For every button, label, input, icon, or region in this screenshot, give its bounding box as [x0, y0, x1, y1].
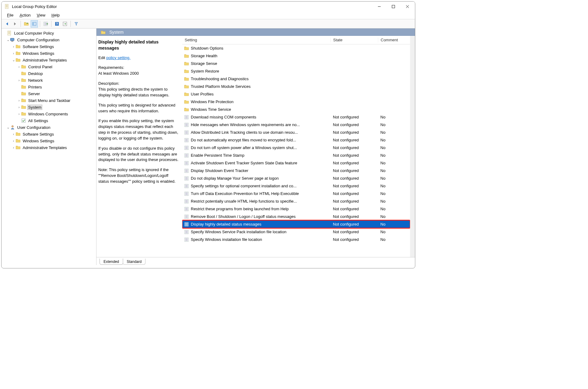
list-item[interactable]: Specify Windows installation file locati…: [182, 236, 410, 243]
expand-icon[interactable]: ›: [17, 78, 21, 82]
setting-comment: No: [378, 184, 410, 188]
tree-item[interactable]: ›Control Panel: [3, 63, 96, 70]
tab-standard[interactable]: Standard: [123, 259, 146, 265]
list-item[interactable]: Storage Health: [182, 52, 410, 60]
list-item[interactable]: Do not display Manage Your Server page a…: [182, 174, 410, 182]
list-column-headers[interactable]: Setting State Comment: [182, 36, 410, 44]
list-item[interactable]: Restrict these programs from being launc…: [182, 205, 410, 213]
settings-list[interactable]: Shutdown OptionsStorage HealthStorage Se…: [182, 44, 410, 257]
list-item[interactable]: Troubleshooting and Diagnostics: [182, 75, 410, 83]
allsettings-icon: [21, 118, 26, 123]
expand-icon[interactable]: ⌄: [6, 125, 10, 129]
tree-item[interactable]: ›Software Settings: [3, 43, 96, 50]
tree-item[interactable]: ›Start Menu and Taskbar: [3, 97, 96, 104]
setting-name: Do not display Manage Your Server page a…: [191, 176, 279, 181]
close-button[interactable]: [400, 2, 414, 11]
expand-icon[interactable]: ›: [17, 112, 21, 116]
tree-item[interactable]: ›Windows Components: [3, 110, 96, 117]
column-state[interactable]: State: [330, 38, 378, 42]
column-setting[interactable]: Setting: [182, 38, 330, 42]
list-item[interactable]: Hide messages when Windows system requir…: [182, 121, 410, 129]
menu-help[interactable]: Help: [48, 12, 63, 18]
list-item[interactable]: Activate Shutdown Event Tracker System S…: [182, 159, 410, 167]
tree-item-label: Start Menu and Taskbar: [27, 98, 71, 103]
view-tabs: Extended Standard: [96, 257, 415, 265]
setting-icon: [184, 222, 189, 227]
tree-item[interactable]: ›Windows Settings: [3, 137, 96, 144]
expand-icon[interactable]: ⌄: [11, 58, 16, 62]
navigation-tree[interactable]: Local Computer Policy⌄Computer Configura…: [2, 28, 96, 265]
column-comment[interactable]: Comment: [378, 38, 410, 42]
back-button[interactable]: [3, 20, 11, 28]
tree-item[interactable]: Server: [3, 90, 96, 97]
setting-state: Not configured: [330, 184, 378, 188]
tree-item[interactable]: ›Software Settings: [3, 131, 96, 137]
setting-comment: No: [378, 161, 410, 165]
list-item[interactable]: Shutdown Options: [182, 44, 410, 52]
list-item[interactable]: User Profiles: [182, 90, 410, 98]
tree-item[interactable]: ›Windows Settings: [3, 50, 96, 57]
properties-button[interactable]: [61, 20, 69, 28]
folder-icon: [184, 77, 189, 81]
help-button[interactable]: ?: [53, 20, 61, 28]
export-button[interactable]: [42, 20, 49, 28]
list-item[interactable]: Download missing COM componentsNot confi…: [182, 113, 410, 121]
list-item[interactable]: Restrict potentially unsafe HTML Help fu…: [182, 197, 410, 205]
menu-action[interactable]: Action: [17, 12, 34, 18]
list-item[interactable]: System Restore: [182, 67, 410, 75]
setting-icon: [184, 122, 189, 127]
tree-item[interactable]: ⌄Computer Configuration: [3, 36, 96, 43]
list-item[interactable]: Turn off Data Execution Prevention for H…: [182, 190, 410, 197]
list-item[interactable]: Do not automatically encrypt files moved…: [182, 136, 410, 144]
expand-icon[interactable]: ›: [11, 132, 16, 136]
list-item[interactable]: Do not turn off system power after a Win…: [182, 144, 410, 151]
tree-item[interactable]: ›Administrative Templates: [3, 144, 96, 151]
tree-item[interactable]: ›Network: [3, 77, 96, 84]
expand-icon[interactable]: ›: [17, 99, 21, 102]
list-item[interactable]: Allow Distributed Link Tracking clients …: [182, 129, 410, 136]
forward-button[interactable]: [11, 20, 19, 28]
expand-icon[interactable]: ›: [11, 51, 16, 55]
scrollbar[interactable]: [410, 36, 415, 257]
list-item[interactable]: Enable Persistent Time StampNot configur…: [182, 151, 410, 159]
expand-icon[interactable]: ⌄: [6, 38, 10, 42]
tree-item[interactable]: ⌄User Configuration: [3, 124, 96, 131]
tree-item[interactable]: ⌄Administrative Templates: [3, 57, 96, 63]
list-item[interactable]: Display Shutdown Event TrackerNot config…: [182, 167, 410, 174]
up-level-button[interactable]: [23, 20, 30, 28]
menu-view[interactable]: View: [34, 12, 48, 18]
tree-item[interactable]: Desktop: [3, 70, 96, 77]
titlebar: Local Group Policy Editor: [2, 2, 415, 11]
filter-button[interactable]: [73, 20, 80, 28]
expand-icon[interactable]: ›: [11, 45, 16, 48]
list-item[interactable]: Storage Sense: [182, 60, 410, 67]
setting-name: Specify settings for optional component …: [191, 184, 296, 188]
list-item[interactable]: Specify Windows Service Pack installatio…: [182, 228, 410, 236]
show-tree-button[interactable]: [31, 20, 38, 28]
tree-item[interactable]: Local Computer Policy: [3, 30, 96, 36]
list-item[interactable]: Windows File Protection: [182, 98, 410, 106]
setting-state: Not configured: [330, 207, 378, 211]
location-header: System: [96, 28, 415, 36]
setting-comment: No: [378, 130, 410, 135]
menu-file[interactable]: File: [4, 12, 17, 18]
expand-icon[interactable]: ›: [17, 105, 21, 109]
tree-item[interactable]: ›System: [3, 104, 96, 110]
toolbar: ?: [2, 19, 415, 28]
tree-item[interactable]: Printers: [3, 84, 96, 90]
expand-icon[interactable]: ›: [11, 139, 16, 143]
folder-icon: [184, 46, 189, 51]
expand-icon[interactable]: ›: [11, 146, 16, 149]
list-item[interactable]: Remove Boot / Shutdown / Logon / Logoff …: [182, 213, 410, 220]
tree-item[interactable]: All Settings: [3, 117, 96, 124]
setting-icon: [184, 153, 189, 158]
tab-extended[interactable]: Extended: [100, 259, 123, 265]
maximize-button[interactable]: [386, 2, 400, 11]
edit-policy-link[interactable]: policy setting.: [106, 55, 130, 60]
list-item[interactable]: Windows Time Service: [182, 106, 410, 113]
list-item[interactable]: Display highly detailed status messagesN…: [182, 220, 410, 228]
list-item[interactable]: Specify settings for optional component …: [182, 182, 410, 190]
expand-icon[interactable]: ›: [17, 65, 21, 69]
minimize-button[interactable]: [372, 2, 386, 11]
list-item[interactable]: Trusted Platform Module Services: [182, 83, 410, 90]
